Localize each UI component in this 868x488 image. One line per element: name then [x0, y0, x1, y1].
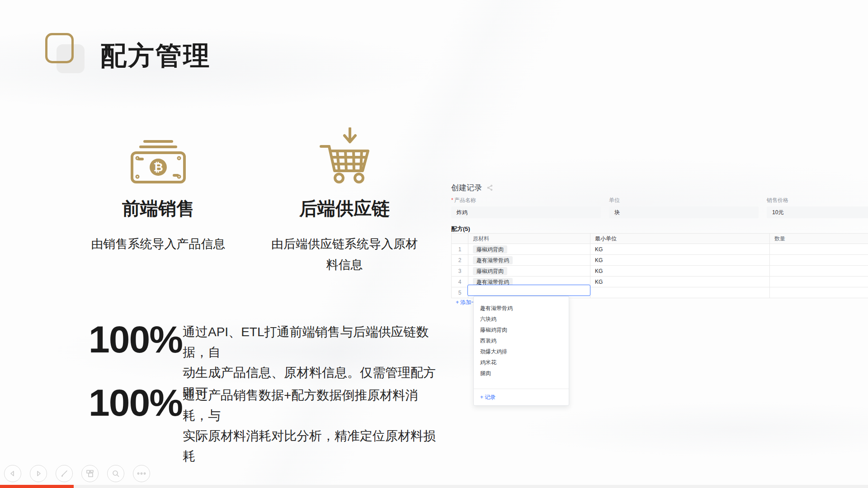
- feature-desc-back: 由后端供应链系统导入原材 料信息: [254, 234, 435, 275]
- recipe-section-label: 配方(5): [451, 225, 470, 233]
- material-chip[interactable]: 藤椒鸡背肉: [473, 245, 507, 253]
- table-row[interactable]: 2 趣有滋带骨鸡 KG: [452, 255, 868, 266]
- feature-heading-back: 后端供应链: [254, 196, 435, 221]
- pen-icon: [60, 469, 68, 478]
- cart-import-icon: [254, 124, 435, 184]
- slides-icon: [86, 469, 94, 478]
- table-row[interactable]: 1 藤椒鸡背肉 KG: [452, 244, 868, 255]
- zoom-button[interactable]: [107, 465, 124, 482]
- next-icon: [35, 470, 42, 477]
- dropdown-option[interactable]: 六块鸡: [474, 314, 569, 324]
- feature-front-sales: ₿ 前端销售 由销售系统导入产品信息: [68, 136, 249, 254]
- presenter-toolbar: [0, 465, 150, 482]
- stat-value-2: 100%: [89, 381, 182, 425]
- col-header-min-unit: 最小单位: [590, 234, 770, 244]
- next-slide-button[interactable]: [30, 465, 47, 482]
- price-input[interactable]: 10元: [767, 206, 868, 218]
- more-dots-icon: [137, 472, 146, 475]
- banknote-bitcoin-icon: ₿: [68, 136, 249, 184]
- page-title: 配方管理: [100, 38, 211, 74]
- title-square-icon: [45, 33, 74, 63]
- material-chip[interactable]: 藤椒鸡背肉: [473, 267, 507, 275]
- col-header-material: 原材料: [468, 234, 590, 244]
- material-search-input[interactable]: [467, 285, 590, 296]
- more-button[interactable]: [133, 465, 150, 482]
- product-name-input[interactable]: 炸鸡: [451, 206, 601, 218]
- unit-input[interactable]: 块: [609, 206, 759, 218]
- table-row[interactable]: 3 藤椒鸡背肉 KG: [452, 266, 868, 277]
- feature-desc-front: 由销售系统导入产品信息: [68, 234, 249, 254]
- slide-sorter-button[interactable]: [81, 465, 99, 482]
- dropdown-option[interactable]: 劲爆大鸡排: [474, 346, 569, 357]
- previous-icon: [9, 470, 16, 477]
- dropdown-option[interactable]: 趣有滋带骨鸡: [474, 303, 569, 314]
- dropdown-option[interactable]: 西装鸡: [474, 335, 569, 346]
- bottom-track: [0, 485, 868, 488]
- field-label-product-name: *产品名称: [451, 197, 601, 204]
- stat-text-2: 通过产品销售数据+配方数据倒推原材料消耗，与 实际原材料消耗对比分析，精准定位原…: [183, 385, 436, 466]
- share-icon[interactable]: [486, 184, 493, 191]
- field-label-price: 销售价格: [767, 197, 868, 204]
- stat-value-1: 100%: [89, 318, 182, 361]
- previous-slide-button[interactable]: [4, 465, 21, 482]
- dropdown-option[interactable]: 鸡米花: [474, 357, 569, 368]
- magnifier-icon: [112, 469, 120, 478]
- feature-heading-front: 前端销售: [68, 196, 249, 221]
- feature-back-supply: 后端供应链 由后端供应链系统导入原材 料信息: [254, 124, 435, 275]
- field-label-unit: 单位: [609, 197, 759, 204]
- dropdown-option[interactable]: 藤椒鸡背肉: [474, 324, 569, 335]
- required-asterisk: *: [451, 197, 453, 203]
- material-dropdown: 趣有滋带骨鸡 六块鸡 藤椒鸡背肉 西装鸡 劲爆大鸡排 鸡米花 腿肉 + 记录: [473, 296, 569, 406]
- svg-text:₿: ₿: [153, 160, 163, 174]
- table-header-row: 原材料 最小单位 数量: [452, 234, 868, 244]
- col-header-quantity: 数量: [770, 234, 868, 244]
- dropdown-option[interactable]: 腿肉: [474, 368, 569, 379]
- presentation-progress-bar: [0, 485, 74, 488]
- pen-button[interactable]: [56, 465, 73, 482]
- material-chip[interactable]: 趣有滋带骨鸡: [473, 256, 513, 264]
- form-title: 创建记录: [451, 183, 482, 193]
- dropdown-add-record-link[interactable]: + 记录: [474, 389, 569, 405]
- create-record-form: 创建记录 *产品名称 炸鸡 单位 块 销售价格 10元 配方(5) 原材料 最小…: [451, 183, 868, 193]
